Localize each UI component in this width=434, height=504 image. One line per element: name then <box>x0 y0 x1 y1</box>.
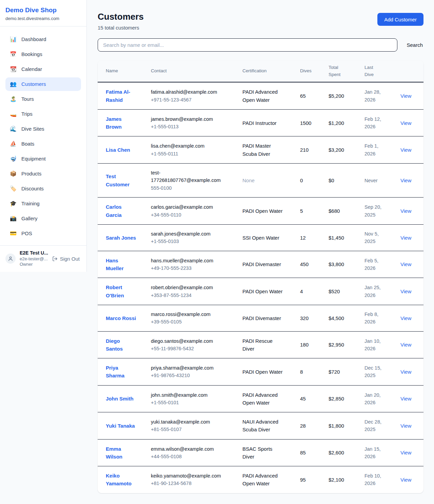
customer-name-link[interactable]: Keiko Yamamoto <box>106 472 137 488</box>
customer-name-link[interactable]: Sarah Jones <box>106 234 136 242</box>
sidebar-item-calendar[interactable]: 📆Calendar <box>5 62 81 76</box>
dives-cell: 8 <box>296 358 324 386</box>
customer-email: fatima.alrashid@example.com <box>151 88 224 96</box>
sidebar-item-trips[interactable]: 🚤Trips <box>5 107 81 121</box>
customer-name-link[interactable]: Robert O'Brien <box>106 283 137 299</box>
sidebar-item-dive-sites[interactable]: 🌊Dive Sites <box>5 122 81 136</box>
customer-email: keiko.yamamoto@example.com <box>151 472 224 480</box>
people-icon: 👥 <box>10 81 17 87</box>
shop-domain: demo.test.divestreams.com <box>5 16 81 21</box>
customer-name-link[interactable]: Carlos Garcia <box>106 203 137 219</box>
certification-cell: PADI Instructor <box>238 109 296 136</box>
customer-name-link[interactable]: Diego Santos <box>106 337 137 353</box>
view-link[interactable]: View <box>400 369 411 375</box>
view-link[interactable]: View <box>400 450 411 455</box>
page-header: Customers 15 total customers Add Custome… <box>98 12 423 31</box>
name-cell: Keiko Yamamoto <box>98 466 147 493</box>
sidebar-item-label: Customers <box>21 81 46 87</box>
table-row: Robert O'Brienrobert.obrien@example.com+… <box>98 278 423 305</box>
sidebar-item-products[interactable]: 📦Products <box>5 167 81 181</box>
view-link[interactable]: View <box>400 147 411 153</box>
total-spent-cell: $680 <box>324 198 360 225</box>
search-button[interactable]: Search <box>406 39 423 51</box>
view-cell: View <box>396 251 423 278</box>
dives-cell: 12 <box>296 224 324 251</box>
certification-cell: SSI Open Water <box>238 224 296 251</box>
customer-email: yuki.tanaka@example.com <box>151 418 224 426</box>
sidebar-item-dashboard[interactable]: 📊Dashboard <box>5 33 81 46</box>
view-link[interactable]: View <box>400 261 411 267</box>
certification: None <box>242 176 255 184</box>
customer-phone: +1-555-0111 <box>151 150 234 157</box>
name-cell: James Brown <box>98 109 147 136</box>
sidebar-item-pos[interactable]: 💳POS <box>5 227 81 240</box>
total-spent-cell: $1,800 <box>324 412 360 440</box>
dives-cell: 85 <box>296 439 324 466</box>
certification-cell: PADI Open Water <box>238 358 296 386</box>
last-dive-cell: Feb 12, 2026 <box>360 109 396 136</box>
certification: PADI Open Water <box>242 287 282 295</box>
last-dive-cell: Never <box>360 163 396 197</box>
sidebar-item-tours[interactable]: 🏝️Tours <box>5 92 81 106</box>
view-link[interactable]: View <box>400 342 411 348</box>
last-dive: Never <box>364 177 378 184</box>
contact-cell: test-1772681807767@example.com555-0100 <box>147 163 238 197</box>
column-header-certification: Certification <box>238 60 296 82</box>
customer-name-link[interactable]: Test Customer <box>106 172 137 188</box>
total-spent-cell: $4,500 <box>324 305 360 331</box>
sidebar-item-discounts[interactable]: 🏷️Discounts <box>5 182 81 195</box>
table-row: Lisa Chenlisa.chen@example.com+1-555-011… <box>98 136 423 164</box>
view-link[interactable]: View <box>400 93 411 99</box>
dives-cell: 45 <box>296 385 324 412</box>
sidebar-item-boats[interactable]: ⛵Boats <box>5 137 81 151</box>
customer-name-link[interactable]: John Smith <box>106 395 134 403</box>
user-role: Owner <box>20 262 48 267</box>
customer-email: emma.wilson@example.com <box>151 445 224 453</box>
view-link[interactable]: View <box>400 235 411 241</box>
last-dive: Feb 5, 2026 <box>364 257 386 272</box>
view-link[interactable]: View <box>400 120 411 126</box>
sidebar-item-training[interactable]: 🎓Training <box>5 197 81 210</box>
certification-cell: PADI Master Scuba Diver <box>238 136 296 164</box>
name-cell: Priya Sharma <box>98 358 147 386</box>
certification-cell: PADI Advanced Open Water <box>238 466 296 493</box>
customer-name-link[interactable]: Marco Rossi <box>106 314 136 322</box>
sailboat-icon: ⛵ <box>10 141 17 147</box>
total-spent-cell: $2,100 <box>324 466 360 493</box>
add-customer-button[interactable]: Add Customer <box>377 13 423 26</box>
view-link[interactable]: View <box>400 396 411 402</box>
sidebar-item-equipment[interactable]: 🤿Equipment <box>5 152 81 166</box>
table-row: Hans Muellerhans.mueller@example.com+49-… <box>98 251 423 278</box>
customer-name-link[interactable]: Hans Mueller <box>106 257 137 273</box>
sidebar-item-customers[interactable]: 👥Customers <box>5 77 81 91</box>
table-row: Yuki Tanakayuki.tanaka@example.com+81-55… <box>98 412 423 440</box>
table-row: James Brownjames.brown@example.com+1-555… <box>98 109 423 136</box>
name-cell: Marco Rossi <box>98 305 147 331</box>
certification-cell: PADI Advanced Open Water <box>238 385 296 412</box>
contact-cell: diego.santos@example.com+55-11-99876-543… <box>147 331 238 358</box>
total-spent-cell: $2,850 <box>324 385 360 412</box>
last-dive: Feb 1, 2026 <box>364 142 386 157</box>
customer-email: john.smith@example.com <box>151 391 224 399</box>
view-link[interactable]: View <box>400 208 411 214</box>
customer-name-link[interactable]: Fatima Al-Rashid <box>106 88 137 104</box>
last-dive-cell: Sep 20, 2025 <box>360 198 396 225</box>
view-link[interactable]: View <box>400 423 411 429</box>
customer-name-link[interactable]: James Brown <box>106 115 137 131</box>
sign-out-button[interactable]: Sign Out <box>50 256 82 262</box>
shop-name: Demo Dive Shop <box>5 6 81 14</box>
view-link[interactable]: View <box>400 288 411 294</box>
view-link[interactable]: View <box>400 315 411 321</box>
customer-name-link[interactable]: Emma Wilson <box>106 445 137 461</box>
customer-name-link[interactable]: Lisa Chen <box>106 146 130 154</box>
customer-name-link[interactable]: Priya Sharma <box>106 364 137 380</box>
view-link[interactable]: View <box>400 178 411 183</box>
search-input[interactable] <box>98 38 397 52</box>
sidebar-item-gallery[interactable]: 📸Gallery <box>5 212 81 225</box>
view-link[interactable]: View <box>400 477 411 483</box>
total-spent-cell: $720 <box>324 358 360 386</box>
customer-name-link[interactable]: Yuki Tanaka <box>106 422 135 430</box>
last-dive-cell: Dec 28, 2025 <box>360 412 396 440</box>
sidebar-item-bookings[interactable]: 📅Bookings <box>5 48 81 61</box>
last-dive: Jan 10, 2026 <box>364 337 386 353</box>
